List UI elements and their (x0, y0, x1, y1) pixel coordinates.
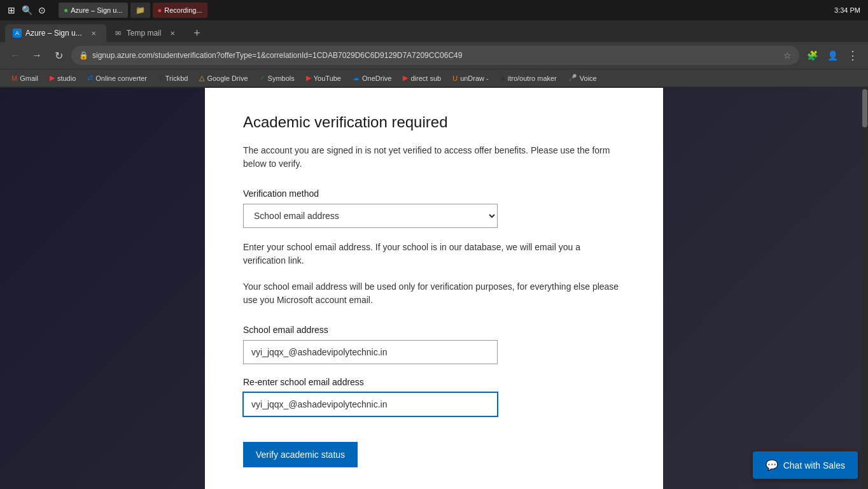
bookmark-undraw-label: unDraw - (460, 74, 489, 82)
bookmark-direct-sub[interactable]: ▶ direct sub (398, 73, 446, 83)
tab-azure[interactable]: A Azure – Sign u... ✕ (5, 24, 106, 42)
voice-icon: 🎤 (568, 74, 577, 82)
symbols-icon: ✓ (260, 74, 265, 82)
bookmark-introoutro-label: itro/outro maker (508, 74, 557, 82)
tab-tempmail[interactable]: ✉ Temp mail ✕ (106, 24, 186, 42)
nav-actions: 🧩 👤 ⋮ (803, 46, 862, 64)
page-content: Academic verification required The accou… (0, 88, 868, 489)
bookmark-trickbd-label: Trickbd (165, 74, 188, 82)
converter-icon: ⇄ (87, 74, 93, 82)
page-description: The account you are signed in is not yet… (243, 144, 625, 171)
school-email-input[interactable] (243, 340, 498, 364)
chat-with-sales-button[interactable]: 💬 Chat with Sales (753, 451, 858, 479)
chat-icon: 💬 (766, 459, 778, 471)
bookmark-symbols[interactable]: ✓ Symbols (255, 73, 300, 83)
re-enter-email-input[interactable] (243, 392, 498, 416)
content-panel: Academic verification required The accou… (205, 88, 663, 489)
bookmark-gmail[interactable]: M Gmail (6, 73, 43, 83)
search-icon[interactable]: 🔍 (20, 4, 33, 17)
chat-button-label: Chat with Sales (783, 460, 845, 471)
verification-method-label: Verification method (243, 188, 625, 199)
windows-icon[interactable]: ⊞ (5, 4, 18, 17)
re-enter-email-section: Re-enter school email address (243, 377, 625, 416)
nav-bar: ← → ↻ 🔒 signup.azure.com/studentverifica… (0, 42, 868, 69)
address-bar[interactable]: 🔒 signup.azure.com/studentverification?o… (71, 46, 799, 65)
taskbar-app-chrome[interactable]: ● Azure – Sign u... (59, 3, 128, 18)
bookmark-voice-label: Voice (580, 74, 597, 82)
taskbar: ⊞ 🔍 ⊙ ● Azure – Sign u... 📁 ● Recording.… (0, 0, 868, 20)
taskbar-time: 3:34 PM (834, 6, 860, 14)
taskbar-app-explorer[interactable]: 📁 (130, 3, 150, 18)
bookmark-gdrive-label: Google Drive (207, 74, 248, 82)
tab-bar: A Azure – Sign u... ✕ ✉ Temp mail ✕ + (0, 20, 868, 42)
tab-label-azure: Azure – Sign u... (25, 29, 82, 38)
page-title: Academic verification required (243, 113, 625, 131)
bookmark-star-icon[interactable]: ☆ (783, 50, 792, 60)
refresh-button[interactable]: ↻ (50, 46, 67, 64)
scrollbar-thumb[interactable] (862, 89, 867, 127)
page-background: Academic verification required The accou… (0, 88, 868, 489)
bookmark-trickbd[interactable]: T Trickbd (153, 73, 193, 83)
lock-icon: 🔒 (79, 51, 88, 60)
bookmark-onedrive-label: OneDrive (362, 74, 391, 82)
bookmark-studio[interactable]: ▶ studio (45, 73, 81, 83)
gdrive-icon: △ (199, 74, 204, 82)
taskbar-app-recording[interactable]: ● Recording... (153, 3, 207, 18)
bookmark-online-converter[interactable]: ⇄ Online converter (82, 73, 152, 83)
youtube-icon: ▶ (306, 74, 311, 82)
tab-close-tempmail[interactable]: ✕ (167, 28, 178, 38)
taskbar-right: 3:34 PM (827, 6, 868, 14)
bookmark-directsub-label: direct sub (410, 74, 441, 82)
verify-button[interactable]: Verify academic status (243, 442, 358, 467)
trickbd-icon: T (158, 74, 163, 82)
re-enter-email-label: Re-enter school email address (243, 377, 625, 387)
tab-label-tempmail: Temp mail (127, 29, 162, 38)
bookmark-youtube-label: YouTube (314, 74, 341, 82)
bookmark-studio-label: studio (57, 74, 76, 82)
bookmark-converter-label: Online converter (95, 74, 147, 82)
browser-chrome: A Azure – Sign u... ✕ ✉ Temp mail ✕ + ← … (0, 20, 868, 87)
undraw-icon: U (452, 74, 458, 82)
school-email-label: School email address (243, 325, 625, 335)
tab-favicon-tempmail: ✉ (114, 29, 123, 38)
info-text-2: Your school email address will be used o… (243, 280, 625, 307)
new-tab-button[interactable]: + (188, 24, 206, 42)
bookmark-youtube[interactable]: ▶ YouTube (301, 73, 346, 83)
taskbar-left: ⊞ 🔍 ⊙ (0, 4, 53, 17)
bookmark-undraw[interactable]: U unDraw - (447, 73, 494, 83)
bookmark-onedrive[interactable]: ☁ OneDrive (347, 73, 396, 83)
introoutro-icon: ◈ (500, 74, 505, 82)
bookmark-symbols-label: Symbols (268, 74, 295, 82)
taskbar-apps: ● Azure – Sign u... 📁 ● Recording... (53, 3, 827, 18)
onedrive-icon: ☁ (353, 74, 360, 82)
forward-button[interactable]: → (28, 46, 46, 64)
scrollbar[interactable] (862, 88, 868, 489)
menu-icon[interactable]: ⋮ (844, 46, 862, 64)
school-email-section: School email address (243, 325, 625, 364)
tab-close-azure[interactable]: ✕ (88, 28, 99, 38)
profile-icon[interactable]: 👤 (823, 46, 841, 64)
bookmarks-bar: M Gmail ▶ studio ⇄ Online converter T Tr… (0, 69, 868, 87)
bookmark-google-drive[interactable]: △ Google Drive (194, 73, 253, 83)
gmail-icon: M (11, 74, 17, 82)
address-text: signup.azure.com/studentverification?off… (92, 51, 780, 60)
bookmark-intro-outro[interactable]: ◈ itro/outro maker (495, 73, 562, 83)
info-text-1: Enter your school email address. If your… (243, 241, 625, 267)
verification-method-section: Verification method School email address… (243, 188, 625, 228)
task-view-icon[interactable]: ⊙ (36, 4, 48, 17)
extensions-icon[interactable]: 🧩 (803, 46, 821, 64)
bookmark-voice[interactable]: 🎤 Voice (563, 73, 602, 83)
studio-icon: ▶ (50, 74, 55, 82)
back-button[interactable]: ← (6, 46, 24, 64)
directsub-icon: ▶ (403, 74, 408, 82)
bookmark-gmail-label: Gmail (20, 74, 38, 82)
tab-favicon-azure: A (13, 29, 22, 38)
verification-method-select[interactable]: School email address Upload document (243, 204, 498, 228)
